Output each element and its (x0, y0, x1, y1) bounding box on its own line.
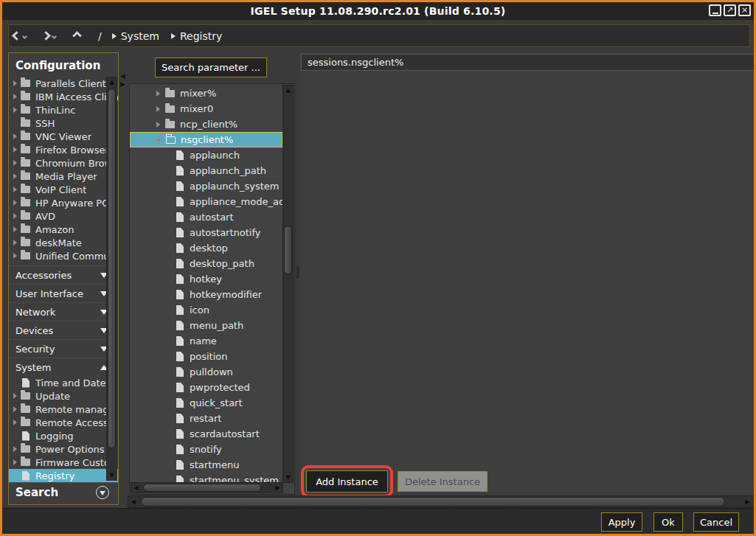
section-label: Devices (15, 325, 53, 336)
splitter-collapse-arrows[interactable]: ◀▶ (120, 72, 125, 88)
scrollbar-thumb[interactable] (141, 497, 725, 507)
tree-item-firefox-browser[interactable]: Firefox Browser (9, 143, 118, 156)
tree-item-label: Media Player (35, 171, 97, 182)
tree-item-ncp-client[interactable]: ncp_client% (130, 116, 282, 132)
scroll-right-icon[interactable]: ▶ (743, 496, 752, 507)
tree-item-time-and-date[interactable]: Time and Date (9, 376, 118, 389)
tree-item-thinlinc[interactable]: ThinLinc (9, 103, 118, 116)
chevron-up-icon (72, 31, 82, 41)
scroll-left-icon[interactable]: ◀ (128, 496, 138, 507)
tree-item-vnc-viewer[interactable]: VNC Viewer (9, 130, 118, 143)
tree-item-position[interactable]: position (130, 349, 282, 364)
tree-item-chromium-brows[interactable]: Chromium Brows (9, 156, 118, 170)
tree-item-startmenu[interactable]: startmenu (130, 457, 282, 473)
folder-icon (165, 105, 175, 113)
ok-button[interactable]: Ok (653, 512, 683, 532)
tree-item-label: name (190, 335, 217, 347)
tree-item-applaunch[interactable]: applaunch (130, 147, 282, 163)
scroll-down-icon[interactable]: ▼ (283, 473, 293, 482)
tree-item-power-options[interactable]: Power Options (9, 442, 118, 456)
tree-item-applaunch-path[interactable]: applaunch_path (130, 163, 282, 178)
scroll-left-icon[interactable]: ◀ (131, 483, 141, 493)
folder-icon (21, 106, 30, 114)
tree-item-avd[interactable]: AVD (9, 209, 118, 223)
scroll-down-icon[interactable]: ▼ (107, 470, 117, 480)
tree-item-ssh[interactable]: SSH (9, 116, 118, 130)
tree-item-appliance-mode-ac[interactable]: appliance_mode_ac (130, 194, 282, 209)
tree-item-voip-client[interactable]: VoIP Client (9, 183, 118, 196)
tree-item-name[interactable]: name (130, 333, 282, 349)
registry-horizontal-scrollbar[interactable]: ◀ ▶ (131, 482, 283, 493)
sidebar-vertical-scrollbar[interactable]: ▲ ▼ (106, 77, 117, 481)
tree-item-icon[interactable]: icon (130, 302, 282, 318)
tree-item-applaunch-system[interactable]: applaunch_system (130, 178, 282, 194)
registry-vertical-scrollbar[interactable]: ▲ ▼ (282, 85, 294, 483)
add-instance-button[interactable]: Add Instance (306, 470, 388, 493)
tree-item-remote-manage[interactable]: Remote manage (9, 403, 118, 416)
section-label: Accessories (15, 270, 72, 281)
breadcrumb-registry[interactable]: Registry (171, 30, 222, 42)
tree-item-hotkeymodifier[interactable]: hotkeymodifier (130, 287, 282, 302)
tree-item-snotify[interactable]: snotify (130, 442, 282, 457)
back-button[interactable] (9, 25, 31, 46)
scroll-up-icon[interactable]: ▲ (107, 77, 117, 87)
maximize-button[interactable]: ↗ (724, 4, 736, 16)
tree-item-firmware-custo[interactable]: Firmware Custo (9, 456, 118, 469)
tree-item-registry[interactable]: Registry (9, 469, 118, 482)
tree-item-label: position (190, 351, 228, 362)
tree-item-desktop-path[interactable]: desktop_path (130, 256, 282, 271)
cancel-button[interactable]: Cancel (693, 512, 739, 532)
tree-item-autostart[interactable]: autostart (130, 209, 282, 225)
tree-item-desktop[interactable]: desktop (130, 240, 282, 256)
tree-item-label: mixer% (180, 88, 216, 99)
scroll-up-icon[interactable]: ▲ (283, 86, 293, 95)
section-user-interface[interactable]: User Interface (9, 284, 118, 302)
tree-item-hp-anyware-pco[interactable]: HP Anyware PCo (9, 196, 118, 209)
tree-item-pwprotected[interactable]: pwprotected (130, 380, 282, 395)
main-horizontal-scrollbar[interactable]: ◀ ▶ (128, 495, 756, 508)
tree-item-parallels-client[interactable]: Parallels Client (9, 77, 118, 90)
forward-button[interactable] (38, 25, 60, 46)
tree-item-restart[interactable]: restart (130, 411, 282, 426)
tree-item-remote-access[interactable]: Remote Access (9, 416, 118, 429)
close-button[interactable]: × (738, 4, 751, 16)
tree-item-deskmate[interactable]: deskMate (9, 236, 118, 249)
tree-item-mixer0[interactable]: mixer0 (130, 101, 282, 116)
tree-item-update[interactable]: Update (9, 389, 118, 403)
tree-item-autostartnotify[interactable]: autostartnotify (130, 225, 282, 240)
tree-item-label: desktop (190, 243, 228, 254)
section-devices[interactable]: Devices (9, 321, 118, 339)
scroll-right-icon[interactable]: ▶ (273, 483, 282, 493)
tree-item-label: Firmware Custo (35, 457, 110, 468)
up-button[interactable] (69, 25, 85, 46)
tree-item-mixer[interactable]: mixer% (130, 86, 282, 101)
minimize-button[interactable] (709, 4, 721, 16)
section-security[interactable]: Security (9, 339, 118, 358)
tree-item-nsgclient[interactable]: nsgclient% (130, 132, 282, 147)
section-system[interactable]: System (9, 358, 118, 376)
sidebar-search-section[interactable]: Search (9, 482, 118, 501)
search-section-label: Search (15, 486, 58, 499)
configuration-tree: Parallels ClientIBM iAccess ClienThinLin… (9, 77, 118, 262)
file-icon (176, 367, 184, 377)
tree-item-ibm-iaccess-clien[interactable]: IBM iAccess Clien (9, 90, 118, 103)
tree-item-hotkey[interactable]: hotkey (130, 271, 282, 287)
section-accessories[interactable]: Accessories (9, 265, 118, 284)
apply-button[interactable]: Apply (601, 512, 642, 532)
section-network[interactable]: Network (9, 302, 118, 321)
scrollbar-thumb[interactable] (284, 226, 292, 274)
scrollbar-thumb[interactable] (108, 88, 116, 448)
search-parameter-button[interactable]: Search parameter ... (155, 58, 267, 77)
chevron-down-icon (22, 34, 27, 39)
tree-item-quick-start[interactable]: quick_start (130, 395, 282, 411)
breadcrumb-system[interactable]: System (112, 30, 159, 42)
tree-item-pulldown[interactable]: pulldown (130, 364, 282, 380)
tree-item-unified-commun[interactable]: Unified Commun (9, 249, 118, 262)
tree-item-menu-path[interactable]: menu_path (130, 318, 282, 333)
tree-item-scardautostart[interactable]: scardautostart (130, 426, 282, 442)
breadcrumb-root[interactable]: / (98, 30, 102, 42)
tree-item-logging[interactable]: Logging (9, 429, 118, 442)
tree-item-amazon[interactable]: Amazon (9, 223, 118, 236)
scrollbar-thumb[interactable] (143, 484, 261, 492)
tree-item-media-player[interactable]: Media Player (9, 170, 118, 183)
